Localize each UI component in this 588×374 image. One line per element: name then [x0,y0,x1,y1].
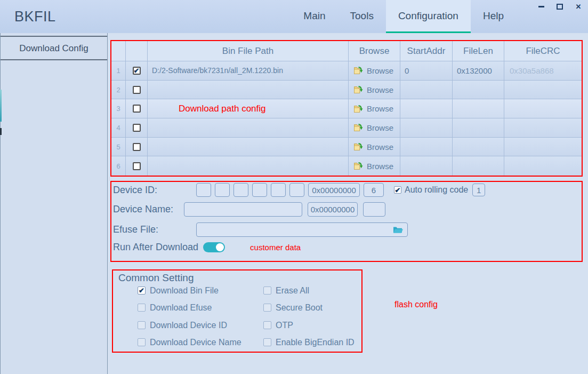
folder-browse-icon [354,124,363,131]
rolling-step-input[interactable]: 1 [472,184,485,196]
device-id-byte-input[interactable] [252,183,267,197]
enable-bigendian-id-checkbox[interactable] [263,338,271,346]
annotation-flash-config: flash config [394,300,438,309]
download-bin-file-label: Download Bin File [150,286,219,296]
device-id-byte-input[interactable] [271,183,286,197]
browse-button[interactable]: Browse [349,118,400,138]
start-addr-cell[interactable] [400,99,453,118]
tab-main[interactable]: Main [291,0,337,33]
browse-label: Browse [367,66,393,75]
bin-file-path-cell[interactable]: Download path config [148,99,349,118]
maximize-button[interactable] [555,3,564,11]
row-index: 2 [111,81,126,100]
tab-tools[interactable]: Tools [338,0,386,33]
browse-label: Browse [367,123,393,132]
bin-file-path-cell[interactable]: D:/2-Software/bk7231n/all_2M.1220.bin [148,61,349,81]
run-after-download-toggle[interactable] [203,242,225,252]
row-index: 1 [111,61,126,81]
download-device-name-checkbox[interactable] [138,338,146,346]
checkbox-erase-all[interactable]: Erase All [263,286,309,295]
bin-file-path-cell[interactable] [148,138,349,157]
bin-file-path-cell[interactable] [148,81,349,100]
device-id-count-input[interactable]: 6 [364,183,384,197]
table-row-2: 2 Browse [111,81,582,100]
checkbox-download-device-name[interactable]: Download Device Name [138,338,241,347]
app-title: BKFIL [14,0,56,33]
tab-help[interactable]: Help [471,0,516,33]
file-len-cell[interactable]: 0x132000 [453,61,504,81]
otp-checkbox[interactable] [263,321,271,329]
screen-edge-artifact-dark [0,128,2,135]
file-len-cell[interactable] [453,81,504,100]
otp-label: OTP [276,321,293,330]
row-enable-checkbox[interactable] [133,124,141,132]
device-name-hex-input[interactable]: 0x00000000 [308,202,358,217]
efuse-file-input[interactable] [196,222,408,237]
download-device-id-checkbox[interactable] [138,321,146,329]
browse-button[interactable]: Browse [349,156,400,176]
minimize-button[interactable] [537,3,545,11]
file-crc-cell [504,81,582,100]
device-id-byte-input[interactable] [289,183,304,197]
auto-rolling-code-checkbox[interactable] [394,186,401,194]
browse-button[interactable]: Browse [349,99,400,118]
start-addr-cell[interactable]: 0 [400,61,453,81]
browse-button[interactable]: Browse [349,61,400,81]
device-id-byte-input[interactable] [196,183,211,197]
efuse-file-row: Efuse File: [113,222,408,237]
folder-browse-icon [354,86,363,93]
device-id-hex-input[interactable]: 0x00000000 [308,183,360,197]
main-content: Bin File Path Browse StartAddr FileLen F… [108,33,588,374]
start-addr-cell[interactable] [400,138,453,157]
checkbox-download-efuse[interactable]: Download Efuse [138,303,212,312]
device-name-extra-input[interactable] [363,202,385,217]
browse-label: Browse [367,104,393,113]
efuse-file-label: Efuse File: [113,224,196,235]
device-id-byte-input[interactable] [233,183,248,197]
browse-label: Browse [367,142,393,152]
browse-button[interactable]: Browse [349,81,400,100]
browse-button[interactable]: Browse [349,138,400,157]
checkbox-otp[interactable]: OTP [263,321,293,330]
row-enable-checkbox[interactable] [133,86,141,94]
tab-configuration[interactable]: Configuration [386,0,471,33]
row-enable-checkbox[interactable] [133,105,141,113]
row-enable-checkbox[interactable] [133,162,141,170]
download-efuse-checkbox[interactable] [138,304,146,312]
checkbox-download-bin-file[interactable]: Download Bin File [138,286,219,295]
download-table-header: Bin File Path Browse StartAddr FileLen F… [111,41,582,61]
bin-file-path-cell[interactable] [148,118,349,138]
start-addr-cell[interactable] [400,156,453,176]
file-len-cell[interactable] [453,138,504,157]
close-button[interactable]: ✕ [574,3,583,11]
folder-open-icon[interactable] [393,226,403,234]
bin-file-path-cell[interactable] [148,156,349,176]
checkbox-enable-bigendian-id[interactable]: Enable BigEndian ID [263,338,355,347]
start-addr-cell[interactable] [400,118,453,138]
download-bin-file-checkbox[interactable] [138,287,146,295]
checkbox-secure-boot[interactable]: Secure Boot [263,303,323,312]
file-len-cell[interactable] [453,99,504,118]
sidebar-item-download-config[interactable]: Download Config [1,36,107,60]
start-addr-cell[interactable] [400,81,453,100]
row-enable-checkbox[interactable] [133,143,141,151]
common-setting-title: Common Setting [118,272,194,284]
header-start-addr: StartAddr [400,41,453,61]
file-len-cell[interactable] [453,118,504,138]
device-name-row: Device Name: 0x00000000 [113,202,385,217]
table-row-1: 1 D:/2-Software/bk7231n/all_2M.1220.bin … [111,61,582,81]
device-name-input[interactable] [184,202,302,217]
device-id-byte-input[interactable] [215,183,230,197]
device-id-row: Device ID: 0x00000000 6 Auto rolling cod… [113,183,485,197]
row-enable-checkbox[interactable] [133,67,141,75]
folder-browse-icon [354,105,363,113]
checkbox-download-device-id[interactable]: Download Device ID [138,321,227,330]
file-crc-cell: 0x30a5a868 [504,61,582,81]
header-bin-file-path: Bin File Path [148,41,349,61]
row-index: 5 [111,138,126,157]
browse-label: Browse [367,162,393,171]
row-index: 6 [111,156,126,176]
secure-boot-checkbox[interactable] [263,304,271,312]
erase-all-checkbox[interactable] [263,287,271,295]
file-len-cell[interactable] [453,156,504,176]
